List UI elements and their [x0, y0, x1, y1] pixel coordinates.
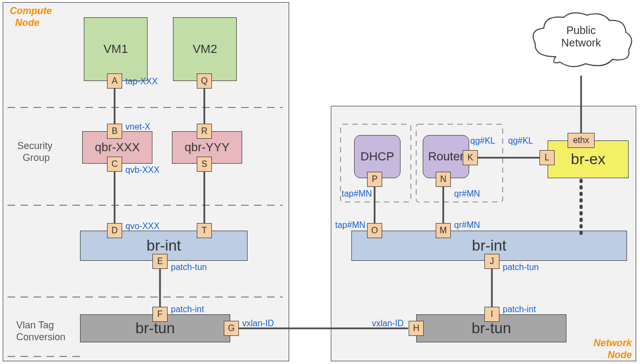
port-H: H — [409, 321, 424, 336]
vm2-label: VM2 — [192, 42, 217, 56]
port-M: M — [436, 223, 451, 238]
compute-title-2: Node — [15, 17, 39, 28]
sec-group-l1: Security — [17, 140, 52, 151]
cloud-l1: Public — [566, 24, 596, 36]
vlan-l2: Conversion — [16, 332, 65, 342]
port-J: J — [484, 254, 499, 269]
port-D: D — [107, 223, 122, 238]
qbr-yyy-label: qbr-YYY — [184, 140, 229, 154]
br-tun-compute-label: br-tun — [135, 320, 175, 337]
lbl-qvbXXX: qvb-XXX — [125, 165, 159, 175]
port-F: F — [152, 307, 168, 322]
port-A: A — [107, 73, 122, 89]
lbl-qvoXXX: qvo-XXX — [125, 221, 159, 231]
dhcp-label: DHCP — [361, 150, 394, 164]
network-title-1: Network — [594, 338, 632, 348]
lbl-patchint1: patch-int — [171, 305, 204, 314]
qbr-xxx-label: qbr-XXX — [95, 140, 139, 154]
br-int-compute-label: br-int — [146, 237, 181, 254]
compute-title-1: Compute — [10, 5, 52, 16]
lbl-qgKL2: qg#KL — [508, 136, 533, 146]
port-N: N — [436, 172, 451, 187]
port-E: E — [152, 254, 168, 269]
br-ex-label: br-ex — [571, 151, 605, 168]
lbl-patchtun1: patch-tun — [171, 262, 207, 272]
lbl-patchint2: patch-int — [503, 305, 536, 314]
port-C: C — [107, 157, 122, 172]
port-S: S — [197, 157, 212, 172]
lbl-tapMN1: tap#MN — [335, 220, 365, 230]
port-I: I — [484, 307, 499, 322]
port-B: B — [107, 124, 122, 139]
port-L: L — [539, 150, 555, 165]
port-R: R — [197, 124, 212, 139]
port-ethx: ethx — [568, 133, 595, 148]
lbl-vxlanID2: vxlan-ID — [372, 319, 404, 328]
br-tun-network-label: br-tun — [471, 320, 511, 337]
port-T: T — [197, 223, 212, 238]
port-K: K — [463, 150, 478, 165]
lbl-qrMN2: qr#MN — [454, 189, 480, 199]
cloud-l2: Network — [561, 37, 601, 49]
sec-group-l2: Group — [23, 152, 50, 163]
lbl-patchtun2: patch-tun — [503, 262, 539, 272]
lbl-vxlanID1: vxlan-ID — [242, 319, 274, 328]
port-Q: Q — [197, 73, 212, 89]
port-P: P — [367, 172, 382, 187]
lbl-vnetX: vnet-X — [125, 122, 150, 132]
lbl-tapXXX: tap-XXX — [125, 77, 158, 86]
lbl-qgKL1: qg#KL — [470, 136, 495, 146]
router-label: Router — [428, 150, 464, 164]
vm2-box: VM2 — [173, 17, 237, 81]
vlan-l1: Vlan Tag — [16, 320, 54, 331]
br-int-network-label: br-int — [472, 237, 506, 254]
network-title-2: Node — [608, 349, 632, 360]
vm1-box: VM1 — [84, 17, 148, 81]
lbl-qrMN1: qr#MN — [454, 220, 480, 230]
vm1-label: VM1 — [103, 42, 128, 56]
lbl-tapMN2: tap#MN — [342, 189, 372, 199]
port-G: G — [224, 321, 239, 336]
port-O: O — [367, 223, 382, 238]
